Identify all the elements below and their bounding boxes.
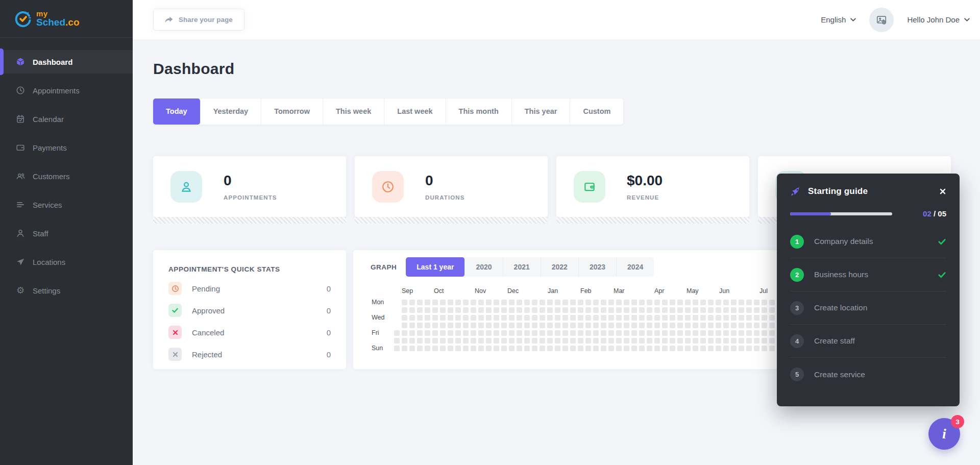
heatmap-cell bbox=[631, 338, 637, 344]
quick-stat-row-approved: Approved 0 bbox=[168, 304, 331, 317]
sidebar-item-locations[interactable]: Locations bbox=[0, 250, 133, 274]
heatmap-cell bbox=[693, 300, 698, 305]
heatmap-cell bbox=[440, 315, 446, 321]
brand-name: my Sched.co bbox=[36, 10, 79, 28]
heatmap-cell bbox=[509, 330, 514, 336]
heatmap-cell bbox=[486, 346, 492, 351]
heatmap-cell bbox=[432, 307, 438, 313]
tab-yesterday[interactable]: Yesterday bbox=[201, 99, 262, 125]
month-label: Nov bbox=[475, 287, 486, 295]
heatmap-cell bbox=[486, 323, 492, 328]
progress-separator: / bbox=[934, 209, 936, 218]
check-icon bbox=[938, 271, 946, 279]
heatmap-cell bbox=[570, 307, 576, 313]
graph-tab-last-1-year[interactable]: Last 1 year bbox=[406, 257, 465, 277]
heatmap-cell bbox=[562, 338, 568, 344]
heatmap-cell bbox=[601, 323, 606, 328]
step-number: 2 bbox=[790, 268, 804, 282]
tab-tomorrow[interactable]: Tomorrow bbox=[261, 99, 323, 125]
heatmap-cell bbox=[494, 330, 499, 336]
heatmap-cell bbox=[754, 307, 760, 313]
tab-last-week[interactable]: Last week bbox=[384, 99, 446, 125]
heatmap-cell bbox=[547, 330, 553, 336]
heatmap-cell bbox=[685, 300, 691, 305]
sidebar: my Sched.co Dashboard Appointments Calen… bbox=[0, 0, 133, 465]
tab-this-month[interactable]: This month bbox=[446, 99, 512, 125]
heatmap-cell bbox=[501, 346, 507, 351]
heatmap-cell bbox=[593, 323, 599, 328]
heatmap-cell bbox=[762, 315, 767, 321]
x-icon bbox=[168, 348, 182, 361]
avatar[interactable] bbox=[869, 8, 894, 32]
heatmap-cell bbox=[417, 300, 423, 305]
heatmap-cell bbox=[616, 300, 622, 305]
step-number: 3 bbox=[790, 301, 804, 315]
heatmap-cell bbox=[417, 338, 423, 344]
heatmap-cell bbox=[394, 346, 400, 351]
tab-custom[interactable]: Custom bbox=[570, 99, 623, 125]
heatmap-cell bbox=[532, 300, 537, 305]
guide-step-create-service[interactable]: 5 Create service bbox=[790, 358, 946, 391]
graph-tab-2023[interactable]: 2023 bbox=[579, 257, 617, 277]
heatmap-cell bbox=[662, 346, 668, 351]
brand-logo[interactable]: my Sched.co bbox=[0, 0, 133, 38]
chevron-down-icon bbox=[964, 18, 970, 21]
graph-tab-2024[interactable]: 2024 bbox=[617, 257, 654, 277]
guide-step-create-location[interactable]: 3 Create location bbox=[790, 291, 946, 325]
heatmap-cell bbox=[693, 307, 698, 313]
heatmap-cell bbox=[471, 315, 476, 321]
chevron-down-icon bbox=[850, 18, 856, 21]
heatmap-cell bbox=[654, 330, 660, 336]
graph-tab-2022[interactable]: 2022 bbox=[541, 257, 579, 277]
heatmap-cell bbox=[639, 300, 645, 305]
quick-stat-row-rejected: Rejected 0 bbox=[168, 348, 331, 361]
guide-step-create-staff[interactable]: 4 Create staff bbox=[790, 325, 946, 358]
heatmap-cell bbox=[739, 323, 744, 328]
sidebar-item-services[interactable]: Services bbox=[0, 193, 133, 216]
heatmap-cell bbox=[685, 338, 691, 344]
heatmap-cell bbox=[608, 338, 614, 344]
heatmap-cell bbox=[440, 330, 446, 336]
tab-today[interactable]: Today bbox=[153, 99, 201, 125]
heatmap-cell bbox=[532, 307, 537, 313]
heatmap-cell bbox=[486, 338, 492, 344]
sidebar-item-calendar[interactable]: Calendar bbox=[0, 107, 133, 131]
heatmap-cell bbox=[578, 323, 583, 328]
heatmap-cell bbox=[639, 307, 645, 313]
user-menu[interactable]: Hello John Doe bbox=[907, 15, 970, 24]
heatmap-cell bbox=[608, 300, 614, 305]
heatmap-cell bbox=[455, 307, 461, 313]
guide-step-company-details[interactable]: 1 Company details bbox=[790, 225, 946, 258]
heatmap-cell bbox=[700, 330, 706, 336]
language-dropdown[interactable]: English bbox=[821, 15, 856, 24]
sidebar-item-appointments[interactable]: Appointments bbox=[0, 79, 133, 102]
heatmap-cell bbox=[677, 338, 683, 344]
sidebar-item-customers[interactable]: Customers bbox=[0, 164, 133, 188]
month-label: Dec bbox=[507, 287, 519, 295]
sidebar-item-settings[interactable]: ⚙ Settings bbox=[0, 279, 133, 302]
stat-card-appointments: 0 APPOINTMENTS bbox=[153, 156, 346, 217]
tab-this-year[interactable]: This year bbox=[512, 99, 571, 125]
heatmap-cell bbox=[654, 307, 660, 313]
month-label: Jun bbox=[719, 287, 729, 295]
close-icon[interactable] bbox=[939, 188, 946, 195]
tab-this-week[interactable]: This week bbox=[323, 99, 384, 125]
guide-step-business-hours[interactable]: 2 Business hours bbox=[790, 258, 946, 291]
heatmap-cell bbox=[463, 307, 469, 313]
sidebar-item-payments[interactable]: Payments bbox=[0, 136, 133, 159]
heatmap-cell bbox=[517, 330, 522, 336]
share-page-button[interactable]: Share your page bbox=[153, 9, 244, 31]
heatmap-cell bbox=[409, 300, 415, 305]
info-fab-button[interactable]: i 3 bbox=[928, 418, 960, 450]
share-button-label: Share your page bbox=[179, 16, 233, 23]
heatmap-cell bbox=[425, 330, 430, 336]
sidebar-item-dashboard[interactable]: Dashboard bbox=[0, 50, 133, 74]
heatmap-cell bbox=[685, 315, 691, 321]
sidebar-item-staff[interactable]: Staff bbox=[0, 222, 133, 245]
heatmap-cell bbox=[585, 338, 591, 344]
graph-tab-2020[interactable]: 2020 bbox=[465, 257, 503, 277]
heatmap-cell bbox=[478, 338, 484, 344]
graph-tab-2021[interactable]: 2021 bbox=[503, 257, 541, 277]
heatmap-cell bbox=[639, 323, 645, 328]
heatmap-cell bbox=[486, 315, 492, 321]
